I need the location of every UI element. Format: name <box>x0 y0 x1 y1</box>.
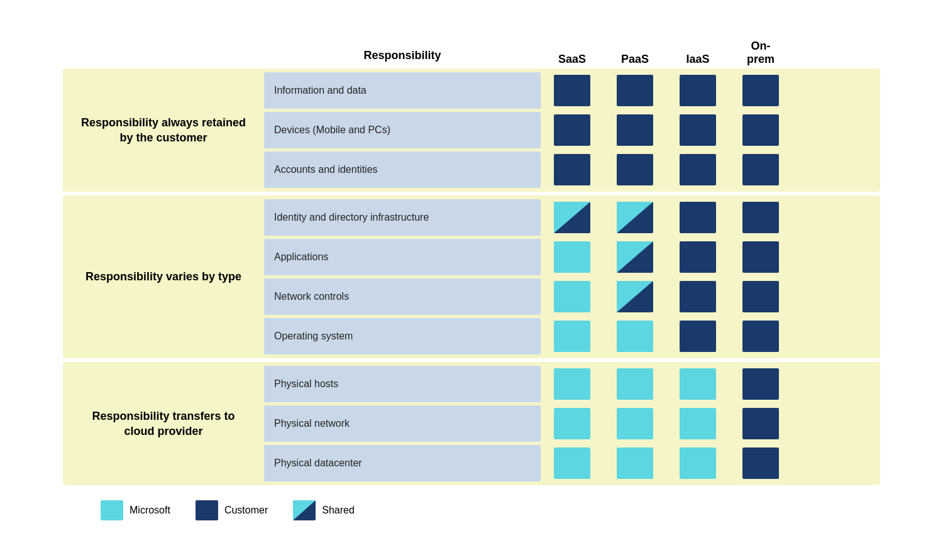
row-label-1-3: Operating system <box>264 318 541 354</box>
customer-color-box <box>196 500 218 520</box>
cell-1-3-paas <box>604 318 666 354</box>
cell-inner-2-2-saas <box>554 447 590 479</box>
cell-inner-1-1-onprem <box>742 241 779 273</box>
rows-column-2: Physical hostsPhysical networkPhysical d… <box>264 366 880 481</box>
rows-column-0: Information and dataDevices (Mobile and … <box>264 72 880 188</box>
cell-inner-0-2-onprem <box>742 154 779 185</box>
cell-inner-1-2-iaas <box>680 281 716 312</box>
cell-inner-1-0-onprem <box>742 202 779 233</box>
cell-1-1-saas <box>541 239 604 275</box>
row-label-2-1: Physical network <box>264 405 541 442</box>
cell-inner-0-1-iaas <box>680 114 716 146</box>
legend-customer: Customer <box>196 500 268 520</box>
cell-2-2-paas <box>604 445 666 481</box>
cell-inner-2-0-iaas <box>680 368 716 400</box>
cell-0-1-iaas <box>666 112 729 148</box>
cell-inner-0-1-paas <box>617 114 653 146</box>
data-row-1-3: Operating system <box>264 318 880 354</box>
diagram-wrapper: Responsibility SaaS PaaS IaaS On- prem R… <box>38 21 905 539</box>
cell-inner-2-1-saas <box>554 408 590 439</box>
data-row-2-1: Physical network <box>264 405 880 442</box>
cell-2-2-onprem <box>729 445 792 481</box>
row-label-2-0: Physical hosts <box>264 366 541 402</box>
cell-inner-1-3-iaas <box>680 321 716 352</box>
cell-inner-1-3-paas <box>617 321 653 352</box>
cell-inner-2-2-paas <box>617 447 653 479</box>
row-label-2-2: Physical datacenter <box>264 445 541 481</box>
data-row-2-0: Physical hosts <box>264 366 880 402</box>
data-row-1-2: Network controls <box>264 278 880 315</box>
cell-inner-1-1-saas <box>554 241 590 273</box>
customer-label: Customer <box>224 505 268 516</box>
cell-inner-0-1-saas <box>554 114 590 146</box>
row-label-1-0: Identity and directory infrastructure <box>264 199 541 236</box>
cell-inner-1-0-saas <box>554 202 590 233</box>
cell-1-2-saas <box>541 278 604 315</box>
cell-inner-1-3-saas <box>554 321 590 352</box>
iaas-header: IaaS <box>666 53 729 66</box>
cell-inner-0-2-saas <box>554 154 590 185</box>
cell-0-2-onprem <box>729 151 792 188</box>
cell-inner-2-1-onprem <box>742 408 779 439</box>
cell-1-3-saas <box>541 318 604 354</box>
row-label-1-2: Network controls <box>264 278 541 315</box>
data-row-2-2: Physical datacenter <box>264 445 880 481</box>
cell-1-2-iaas <box>666 278 729 315</box>
cell-inner-2-1-iaas <box>680 408 716 439</box>
cell-0-2-paas <box>604 151 666 188</box>
header-row: Responsibility SaaS PaaS IaaS On- prem <box>63 40 880 66</box>
cell-0-0-onprem <box>729 72 792 109</box>
cell-inner-2-0-onprem <box>742 368 779 400</box>
cell-inner-2-2-onprem <box>742 447 779 479</box>
cell-inner-2-0-paas <box>617 368 653 400</box>
content-area: Responsibility always retained by the cu… <box>63 69 880 485</box>
rows-column-1: Identity and directory infrastructureApp… <box>264 199 880 354</box>
cell-0-1-paas <box>604 112 666 148</box>
data-row-0-2: Accounts and identities <box>264 151 880 188</box>
cell-2-1-paas <box>604 405 666 442</box>
cell-1-3-onprem <box>729 318 792 354</box>
group-label-0: Responsibility always retained by the cu… <box>63 72 264 188</box>
cell-1-0-iaas <box>666 199 729 236</box>
legend-microsoft: Microsoft <box>101 500 170 520</box>
cell-0-2-saas <box>541 151 604 188</box>
group-band-1: Responsibility varies by typeIdentity an… <box>63 195 880 358</box>
group-band-0: Responsibility always retained by the cu… <box>63 69 880 192</box>
data-row-1-1: Applications <box>264 239 880 275</box>
cell-2-0-onprem <box>729 366 792 402</box>
cell-1-2-onprem <box>729 278 792 315</box>
cell-inner-0-0-onprem <box>742 75 779 106</box>
row-label-1-1: Applications <box>264 239 541 275</box>
cell-0-2-iaas <box>666 151 729 188</box>
cell-inner-1-2-paas <box>617 281 653 312</box>
cell-1-0-saas <box>541 199 604 236</box>
cell-2-2-saas <box>541 445 604 481</box>
cell-inner-1-2-saas <box>554 281 590 312</box>
cell-0-0-paas <box>604 72 666 109</box>
cell-1-2-paas <box>604 278 666 315</box>
cell-1-1-paas <box>604 239 666 275</box>
legend: Microsoft Customer Shared <box>63 500 880 520</box>
cell-inner-0-1-onprem <box>742 114 779 146</box>
cell-inner-1-0-iaas <box>680 202 716 233</box>
saas-header: SaaS <box>541 53 604 66</box>
group-band-2: Responsibility transfers to cloud provid… <box>63 362 880 485</box>
cell-inner-1-3-onprem <box>742 321 779 352</box>
cell-2-0-iaas <box>666 366 729 402</box>
cell-inner-1-2-onprem <box>742 281 779 312</box>
cell-2-1-iaas <box>666 405 729 442</box>
main-table: Responsibility SaaS PaaS IaaS On- prem R… <box>63 40 880 485</box>
data-row-0-0: Information and data <box>264 72 880 109</box>
legend-shared: Shared <box>293 500 355 520</box>
paas-header: PaaS <box>604 53 666 66</box>
cell-inner-0-2-paas <box>617 154 653 185</box>
microsoft-label: Microsoft <box>130 505 170 516</box>
cell-2-0-saas <box>541 366 604 402</box>
cell-2-1-saas <box>541 405 604 442</box>
cell-inner-0-0-saas <box>554 75 590 106</box>
cell-1-0-onprem <box>729 199 792 236</box>
cell-inner-0-2-iaas <box>680 154 716 185</box>
responsibility-header: Responsibility <box>264 49 541 66</box>
cell-1-1-onprem <box>729 239 792 275</box>
cell-2-0-paas <box>604 366 666 402</box>
